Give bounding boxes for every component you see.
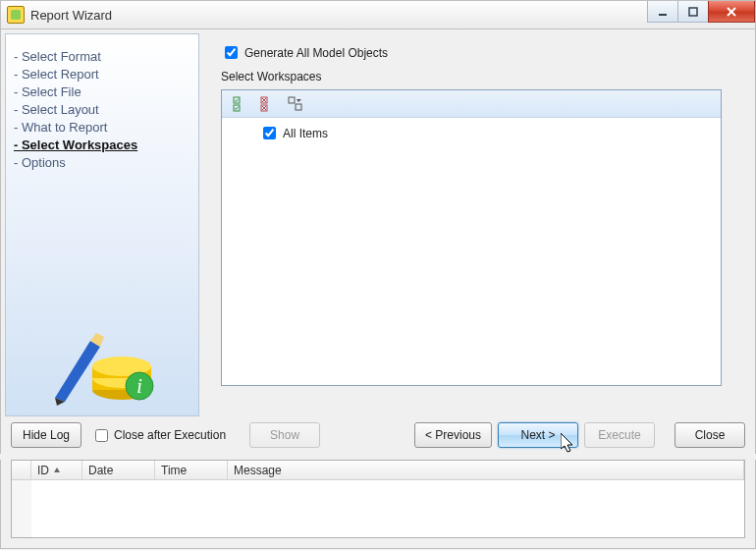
invert-selection-icon[interactable]: [287, 95, 304, 113]
sort-asc-icon: [53, 467, 61, 474]
step-select-layout[interactable]: - Select Layout: [14, 101, 190, 119]
workspace-item-all[interactable]: All Items: [222, 118, 721, 142]
workspaces-list: All Items: [221, 89, 722, 386]
svg-rect-15: [234, 105, 240, 111]
svg-marker-24: [54, 468, 60, 472]
generate-all-label: Generate All Model Objects: [244, 46, 388, 60]
app-icon: [7, 6, 25, 24]
content-panel: Generate All Model Objects Select Worksp…: [207, 33, 751, 416]
check-all-icon[interactable]: [232, 95, 249, 113]
svg-text:i: i: [136, 375, 142, 397]
execute-button: Execute: [584, 422, 655, 448]
step-select-workspaces[interactable]: - Select Workspaces: [14, 137, 190, 154]
titlebar: Report Wizard: [0, 0, 756, 29]
close-after-execution-checkbox[interactable]: [95, 429, 108, 442]
log-table: ID Date Time Message: [11, 460, 745, 538]
all-items-label: All Items: [283, 127, 328, 140]
show-button: Show: [249, 422, 320, 448]
log-col-time[interactable]: Time: [155, 461, 228, 479]
close-window-button[interactable]: [708, 1, 755, 23]
wizard-body: - Select Format - Select Report - Select…: [0, 29, 756, 416]
step-what-to-report[interactable]: - What to Report: [14, 119, 190, 137]
window-controls: [648, 1, 755, 23]
button-row: Hide Log Close after Execution Show < Pr…: [0, 416, 756, 454]
window-title: Report Wizard: [30, 8, 112, 23]
close-after-execution[interactable]: Close after Execution: [91, 426, 226, 445]
log-header: ID Date Time Message: [12, 461, 744, 480]
next-button[interactable]: Next >: [498, 422, 578, 448]
step-select-file[interactable]: - Select File: [14, 83, 190, 101]
generate-all-checkbox[interactable]: [225, 46, 238, 59]
close-button[interactable]: Close: [675, 422, 745, 448]
step-options[interactable]: - Options: [14, 154, 190, 172]
svg-rect-22: [289, 97, 295, 103]
uncheck-all-icon[interactable]: [259, 95, 277, 113]
hide-log-button[interactable]: Hide Log: [11, 422, 81, 448]
workspaces-toolbar: [222, 90, 721, 118]
previous-button[interactable]: < Previous: [414, 422, 492, 448]
step-select-format[interactable]: - Select Format: [14, 48, 190, 66]
svg-rect-1: [689, 8, 697, 16]
log-col-date[interactable]: Date: [82, 461, 155, 479]
log-col-id[interactable]: ID: [31, 461, 82, 479]
minimize-button[interactable]: [647, 1, 678, 23]
steps-panel: - Select Format - Select Report - Select…: [5, 33, 199, 416]
svg-rect-23: [296, 104, 301, 110]
select-workspaces-label: Select Workspaces: [221, 70, 739, 83]
maximize-button[interactable]: [677, 1, 709, 23]
close-after-execution-label: Close after Execution: [114, 428, 226, 442]
step-select-report[interactable]: - Select Report: [14, 66, 190, 83]
svg-rect-14: [234, 97, 240, 103]
wizard-illustration: i: [45, 329, 158, 408]
log-col-message[interactable]: Message: [228, 461, 744, 479]
log-body: [12, 480, 744, 537]
all-items-checkbox[interactable]: [263, 127, 276, 139]
